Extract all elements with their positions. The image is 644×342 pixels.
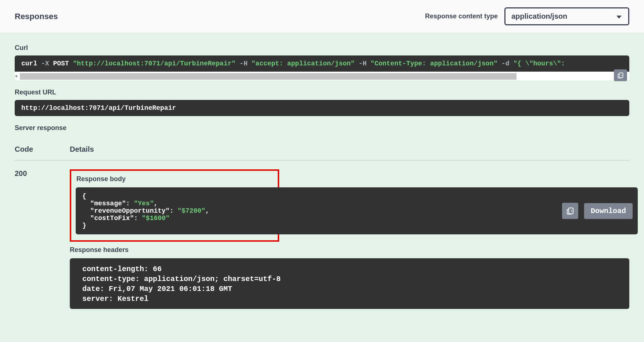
status-code: 200 xyxy=(15,169,70,309)
details-column-header: Details xyxy=(70,145,629,154)
curl-url: "http://localhost:7071/api/TurbineRepair… xyxy=(73,60,235,67)
content-type-label: Response content type xyxy=(425,12,498,20)
content-type-select[interactable]: application/json xyxy=(504,7,629,25)
response-headers-label: Response headers xyxy=(70,246,629,254)
request-url-box: http://localhost:7071/api/TurbineRepair xyxy=(15,100,629,116)
response-table-header: Code Details xyxy=(15,141,629,161)
copy-curl-button[interactable] xyxy=(614,69,627,81)
response-body-label: Response body xyxy=(76,175,274,183)
curl-header-content-type: "Content-Type: application/json" xyxy=(371,60,498,67)
request-url-value: http://localhost:7071/api/TurbineRepair xyxy=(21,104,176,112)
response-row: 200 Response body { "message": "Yes", "r… xyxy=(15,161,629,309)
responses-header: Responses Response content type applicat… xyxy=(0,0,644,33)
body-revenue-value: "$7200" xyxy=(177,207,205,215)
curl-method: POST xyxy=(49,60,73,67)
curl-flag-d: -d xyxy=(497,60,513,67)
curl-flag-x: -X xyxy=(41,60,49,67)
curl-text-prefix: curl xyxy=(21,60,41,67)
curl-horizontal-scrollbar[interactable] xyxy=(20,73,517,80)
body-message-value: "Yes" xyxy=(134,200,154,207)
svg-rect-0 xyxy=(619,73,623,78)
request-url-label: Request URL xyxy=(15,89,629,96)
curl-flag-h1: -H xyxy=(235,60,251,67)
curl-scrollbar-wrap xyxy=(15,72,629,80)
response-body-box: { "message": "Yes", "revenueOpportunity"… xyxy=(76,187,638,234)
copy-response-button[interactable] xyxy=(562,203,578,219)
curl-body: "{ \"hours\": xyxy=(513,60,565,67)
content-type-controls: Response content type application/json xyxy=(425,7,629,25)
response-body-highlight: Response body { "message": "Yes", "reven… xyxy=(70,169,279,242)
clipboard-icon xyxy=(566,206,575,215)
responses-title: Responses xyxy=(15,12,58,21)
curl-flag-h2: -H xyxy=(355,60,370,67)
body-cost-value: "$1600" xyxy=(142,215,170,222)
curl-label: Curl xyxy=(15,44,629,52)
svg-rect-1 xyxy=(569,208,573,214)
server-response-label: Server response xyxy=(15,124,629,132)
clipboard-icon xyxy=(617,72,624,79)
curl-header-accept: "accept: application/json" xyxy=(252,60,355,67)
code-column-header: Code xyxy=(15,145,70,154)
response-headers-box: content-length: 66 content-type: applica… xyxy=(70,258,629,309)
download-button[interactable]: Download xyxy=(584,203,633,219)
content-type-value: application/json xyxy=(511,12,567,20)
curl-command-box: curl -X POST "http://localhost:7071/api/… xyxy=(15,55,629,72)
